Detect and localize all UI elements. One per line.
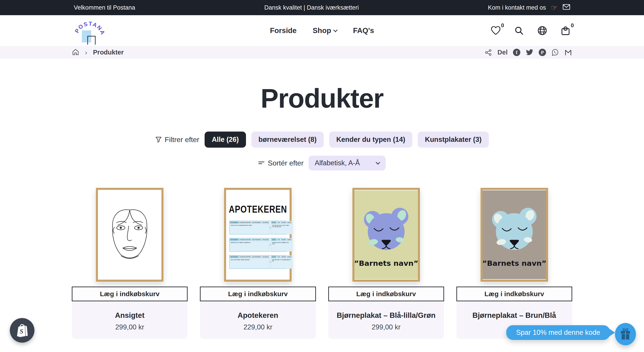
envelope-icon[interactable] — [562, 4, 570, 12]
share-row: Del f P — [484, 49, 572, 56]
translate-tab: KASSEASSISTENTEN — [239, 256, 252, 258]
search-button[interactable] — [514, 25, 524, 36]
filter-pill-alle[interactable]: Alle (26) — [204, 132, 246, 148]
announcement-right: Kom i kontakt med os — [488, 4, 546, 11]
translate-tabs-right: DANSKTYSKSVENSKNORSK — [271, 256, 292, 258]
nav-label: Shop — [312, 26, 331, 35]
chevron-down-icon — [333, 28, 338, 32]
breadcrumb-current: Produkter — [93, 49, 124, 56]
translate-tab: DYRLÆGEN — [262, 238, 269, 241]
sort-row: Sortér efter Alfabetisk, A-Å — [0, 156, 644, 171]
product-card-bear-blaa-lilla: ”Barnets navn” Læg i indkøbskurv Bjørnep… — [328, 183, 444, 339]
heart-icon — [490, 26, 501, 35]
translate-tab: TYSK — [276, 238, 281, 241]
site-header: POSTANA Forside Shop FAQ's 0 — [0, 15, 644, 46]
product-title[interactable]: Bjørneplakat – Blå-lilla/Grøn — [337, 311, 436, 320]
translate-tab: APOTEKEREN — [230, 238, 238, 241]
translate-box: APOTEKERENKASSEASSISTENTENELEKTRIKERENDY… — [229, 221, 286, 234]
nav-label: FAQ's — [353, 26, 374, 35]
filter-label: Filtrer efter — [165, 136, 200, 144]
product-price: 229,00 kr — [244, 323, 272, 331]
translate-text: DET ER DEN VI TJENER BEDST PÅ — [271, 258, 292, 263]
product-price: 299,00 kr — [115, 323, 144, 331]
whatsapp-icon[interactable] — [552, 49, 559, 56]
translate-tab: NORSK — [287, 256, 292, 258]
product-info-ansigtet: Læg i indkøbskurv Ansigtet 299,00 kr — [72, 287, 188, 339]
product-grid: Læg i indkøbskurv Ansigtet 299,00 kr APO… — [72, 183, 572, 339]
translate-box: APOTEKERENKASSEASSISTENTENELEKTRIKERENDY… — [229, 255, 286, 269]
add-to-cart-button[interactable]: Læg i indkøbskurv — [72, 287, 188, 301]
funnel-icon — [156, 137, 162, 143]
promo-bubble[interactable]: Spar 10% med denne kode — [506, 325, 610, 340]
nav-item-faqs[interactable]: FAQ's — [353, 26, 374, 35]
bear-poster-brown-blue: ”Barnets navn” — [482, 190, 546, 280]
shopify-badge[interactable]: S — [10, 318, 34, 343]
translate-text: HAR DU DIT SUNDHEDSKORT MED? — [230, 224, 269, 227]
product-title[interactable]: Ansigtet — [115, 311, 144, 320]
translate-tabs-left: APOTEKERENKASSEASSISTENTENELEKTRIKERENDY… — [230, 256, 269, 258]
translate-tab: NORSK — [287, 221, 292, 224]
product-image-ansigtet[interactable] — [72, 183, 188, 287]
translate-tab: DANSK — [271, 238, 276, 241]
globe-icon — [537, 25, 548, 36]
cart-count-badge: 0 — [571, 22, 574, 29]
translate-tabs-right: DANSKTYSKSVENSKNORSK — [271, 238, 292, 241]
facebook-icon[interactable]: f — [513, 49, 520, 56]
bear-poster-blue-lilac: ”Barnets navn” — [354, 190, 418, 280]
breadcrumb: › Produkter — [72, 49, 124, 56]
home-icon[interactable] — [72, 49, 79, 56]
equals-sign: = — [270, 221, 271, 234]
nav-item-shop[interactable]: Shop — [312, 26, 337, 35]
main-nav: Forside Shop FAQ's — [270, 26, 374, 35]
translate-tab: NORSK — [287, 238, 292, 241]
line-art-face — [98, 190, 162, 280]
nav-label: Forside — [270, 26, 296, 35]
sort-label: Sortér efter — [268, 159, 304, 167]
translate-tab: KASSEASSISTENTEN — [239, 221, 252, 224]
email-icon[interactable] — [564, 49, 572, 56]
translate-text: DEN ER OGSÅ DOBBELT SÅ DYR — [271, 241, 292, 245]
translate-text: DENNE KAN VI BEDST ANBEFALE — [230, 241, 269, 244]
chevron-down-icon — [376, 160, 380, 165]
pointing-hand-icon: ☞ — [551, 4, 558, 11]
nav-item-forside[interactable]: Forside — [270, 26, 296, 35]
promo-text: Spar 10% med denne kode — [516, 329, 600, 337]
share-icon[interactable] — [484, 49, 492, 56]
product-card-bear-brun-blaa: ”Barnets navn” Læg i indkøbskurv Bjørnep… — [456, 183, 572, 339]
search-icon — [514, 26, 524, 35]
cart-button[interactable]: 0 — [560, 25, 571, 36]
poster-title: APOTEKEREN — [229, 203, 287, 215]
store-logo[interactable]: POSTANA — [73, 17, 105, 46]
translate-tab: ELEKTRIKEREN — [252, 238, 262, 241]
product-info-bear-blaa-lilla: Læg i indkøbskurv Bjørneplakat – Blå-lil… — [328, 287, 444, 339]
product-title[interactable]: Apotekeren — [238, 311, 278, 320]
product-card-apotekeren: APOTEKEREN APOTEKERENKASSEASSISTENTENELE… — [200, 183, 316, 339]
wishlist-count-badge: 0 — [501, 22, 504, 29]
pinterest-icon[interactable]: P — [539, 49, 546, 56]
bag-icon — [560, 25, 571, 36]
language-button[interactable] — [537, 25, 548, 36]
filter-pill-borneverelset[interactable]: børneværelset (8) — [251, 132, 324, 148]
wishlist-button[interactable]: 0 — [490, 25, 501, 36]
translate-tabs-right: DANSKTYSKSVENSKNORSK — [271, 221, 292, 224]
apotekeren-poster: APOTEKEREN APOTEKERENKASSEASSISTENTENELE… — [226, 190, 290, 280]
product-image-bear-blaa-lilla[interactable]: ”Barnets navn” — [328, 183, 444, 287]
poster-caption: ”Barnets navn” — [354, 259, 418, 268]
product-image-apotekeren[interactable]: APOTEKEREN APOTEKERENKASSEASSISTENTENELE… — [200, 183, 316, 287]
translate-box: APOTEKERENKASSEASSISTENTENELEKTRIKERENDY… — [229, 238, 286, 252]
translate-tab: SVENSK — [281, 221, 287, 224]
filter-pill-kunstplakater[interactable]: Kunstplakater (3) — [418, 132, 488, 148]
add-to-cart-button[interactable]: Læg i indkøbskurv — [456, 287, 572, 301]
filter-pill-kender-du-typen[interactable]: Kender du typen (14) — [329, 132, 412, 148]
poster-caption: ”Barnets navn” — [482, 259, 546, 268]
product-image-bear-brun-blaa[interactable]: ”Barnets navn” — [456, 183, 572, 287]
promo-gift-button[interactable] — [615, 323, 636, 345]
translate-tab: DANSK — [271, 256, 276, 258]
filter-label-group: Filtrer efter — [156, 136, 200, 144]
add-to-cart-button[interactable]: Læg i indkøbskurv — [328, 287, 444, 301]
sort-select[interactable]: Alfabetisk, A-Å — [308, 156, 386, 171]
product-title[interactable]: Bjørneplakat – Brun/Blå — [472, 311, 556, 320]
add-to-cart-button[interactable]: Læg i indkøbskurv — [200, 287, 316, 301]
equals-sign: = — [270, 238, 271, 251]
twitter-icon[interactable] — [526, 49, 533, 56]
